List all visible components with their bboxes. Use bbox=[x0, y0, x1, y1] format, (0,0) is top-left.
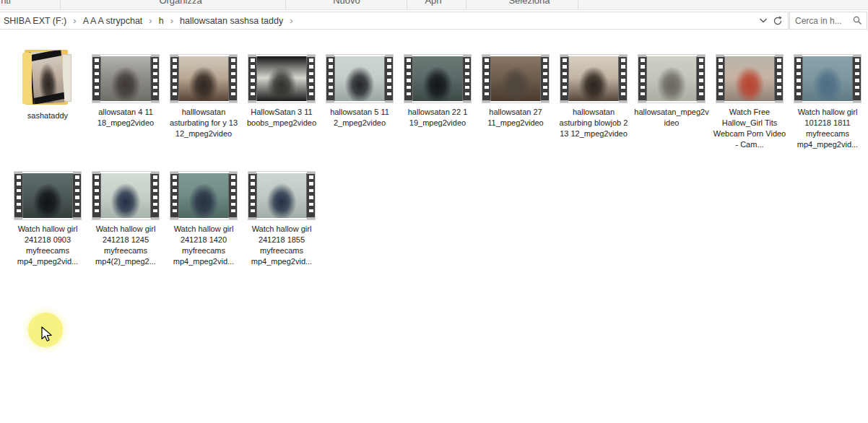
filmstrip-sprocket bbox=[170, 55, 178, 103]
video-frame bbox=[22, 173, 73, 218]
folder-item[interactable]: sashataddy bbox=[9, 54, 87, 150]
folder-icon bbox=[21, 49, 74, 107]
search-box[interactable]: Cerca in h... bbox=[789, 12, 867, 30]
filmstrip-sprocket bbox=[307, 55, 315, 103]
filmstrip-sprocket bbox=[638, 55, 646, 103]
breadcrumb-folder-3[interactable]: hallowsatan sashsa taddy bbox=[178, 16, 285, 26]
video-frame bbox=[802, 56, 853, 101]
file-name: hallowsatan_mpeg2video bbox=[634, 107, 709, 128]
file-name: Watch hallow girl 241218 1420 myfreecams… bbox=[166, 224, 241, 267]
video-frame bbox=[178, 173, 229, 218]
chevron-down-icon bbox=[759, 17, 768, 24]
filmstrip-sprocket bbox=[92, 172, 100, 219]
file-name: HallowSatan 3 11 boobs_mpeg2video bbox=[244, 107, 319, 128]
file-item[interactable]: hallowsatan asturbing blowjob 2 13 12_mp… bbox=[555, 54, 633, 150]
filmstrip-sprocket bbox=[151, 172, 159, 219]
video-thumbnail bbox=[92, 54, 160, 103]
filmstrip-sprocket bbox=[248, 55, 256, 103]
filmstrip-sprocket bbox=[775, 55, 783, 103]
filmstrip-sprocket bbox=[92, 55, 100, 103]
filmstrip-sprocket bbox=[151, 55, 159, 103]
breadcrumb-folder-1[interactable]: A A A strypchat bbox=[82, 16, 144, 26]
file-item[interactable]: Watch hallow girl 241218 1420 myfreecams… bbox=[165, 171, 243, 267]
ribbon-separator bbox=[285, 0, 286, 9]
search-icon[interactable] bbox=[853, 16, 867, 25]
filmstrip-sprocket bbox=[716, 55, 724, 103]
filmstrip-sprocket bbox=[560, 55, 568, 103]
filmstrip-sprocket bbox=[307, 172, 315, 219]
video-thumbnail bbox=[404, 54, 472, 103]
filmstrip-sprocket bbox=[404, 55, 412, 103]
video-frame bbox=[256, 173, 307, 218]
file-name: Watch hallow girl 101218 1811 myfreecams… bbox=[790, 107, 865, 150]
ribbon-group-clipboard: nti bbox=[1, 0, 11, 6]
video-frame bbox=[412, 56, 463, 101]
ribbon-separator bbox=[407, 0, 407, 9]
filmstrip-sprocket bbox=[248, 172, 256, 219]
filmstrip-sprocket bbox=[73, 172, 81, 219]
filmstrip-sprocket bbox=[326, 55, 334, 103]
address-dropdown-button[interactable] bbox=[756, 13, 771, 28]
filmstrip-sprocket bbox=[170, 172, 178, 219]
video-frame bbox=[100, 56, 151, 101]
file-row-1: sashataddy allowsatan 4 11 18_mpeg2video… bbox=[9, 54, 867, 150]
breadcrumb-chevron-icon[interactable]: › bbox=[68, 15, 81, 26]
file-item[interactable]: halllowsatan asturbating for y 13 12_mpe… bbox=[165, 54, 243, 150]
file-item[interactable]: HallowSatan 3 11 boobs_mpeg2video bbox=[243, 54, 321, 150]
video-thumbnail bbox=[92, 171, 160, 220]
file-name: allowsatan 4 11 18_mpeg2video bbox=[88, 107, 163, 128]
file-name: hallowsatan asturbing blowjob 2 13 12_mp… bbox=[556, 107, 631, 139]
breadcrumb: SHIBA EXT (F:) › A A A strypchat › h › h… bbox=[0, 15, 756, 26]
filmstrip-sprocket bbox=[541, 55, 549, 103]
video-frame bbox=[334, 56, 385, 101]
file-name: Watch hallow girl 241218 1855 myfreecams… bbox=[244, 224, 319, 267]
file-item[interactable]: hallowsatan 27 11_mpeg2video bbox=[477, 54, 555, 150]
file-row-2: Watch hallow girl 241218 0903 myfreecams… bbox=[9, 171, 321, 267]
search-placeholder: Cerca in h... bbox=[790, 16, 853, 26]
file-item[interactable]: Watch Free Hallow_Girl Tits Webcam Porn … bbox=[711, 54, 789, 150]
file-name: halllowsatan asturbating for y 13 12_mpe… bbox=[166, 107, 241, 139]
refresh-button[interactable] bbox=[771, 13, 785, 28]
breadcrumb-chevron-icon[interactable]: › bbox=[165, 15, 178, 26]
video-thumbnail bbox=[170, 54, 238, 103]
ribbon-group-open: Apri bbox=[425, 0, 441, 6]
file-name: hallowsatan 5 11 2_mpeg2video bbox=[322, 107, 397, 128]
refresh-icon bbox=[773, 16, 783, 26]
filmstrip-sprocket bbox=[619, 55, 627, 103]
address-bar[interactable]: SHIBA EXT (F:) › A A A strypchat › h › h… bbox=[0, 12, 789, 30]
folder-preview-thumbnail bbox=[30, 51, 65, 105]
file-item[interactable]: hallowsatan_mpeg2video bbox=[633, 54, 711, 150]
video-frame bbox=[256, 56, 307, 101]
filmstrip-sprocket bbox=[463, 55, 471, 103]
file-item[interactable]: Watch hallow girl 101218 1811 myfreecams… bbox=[789, 54, 867, 150]
breadcrumb-chevron-icon[interactable]: › bbox=[144, 15, 157, 26]
file-item[interactable]: Watch hallow girl 241218 0903 myfreecams… bbox=[9, 171, 87, 267]
video-thumbnail bbox=[716, 54, 784, 103]
file-item[interactable]: hallowsatan 5 11 2_mpeg2video bbox=[321, 54, 399, 150]
filmstrip-sprocket bbox=[853, 55, 861, 103]
mouse-cursor-icon bbox=[41, 326, 53, 343]
breadcrumb-drive[interactable]: SHIBA EXT (F:) bbox=[2, 16, 68, 26]
file-name: hallowsatan 27 11_mpeg2video bbox=[478, 107, 553, 128]
address-bar-controls bbox=[756, 13, 788, 28]
video-frame bbox=[646, 56, 697, 101]
video-frame bbox=[100, 173, 151, 218]
file-item[interactable]: hallowsatan 22 1 19_mpeg2video bbox=[399, 54, 477, 150]
file-name: sashataddy bbox=[10, 110, 85, 121]
video-thumbnail bbox=[794, 54, 862, 103]
file-item[interactable]: Watch hallow girl 241218 1855 myfreecams… bbox=[243, 171, 321, 267]
video-thumbnail bbox=[482, 54, 550, 103]
ribbon-separator bbox=[578, 0, 578, 9]
breadcrumb-chevron-icon[interactable]: › bbox=[285, 15, 298, 26]
video-thumbnail bbox=[326, 54, 394, 103]
address-row: SHIBA EXT (F:) › A A A strypchat › h › h… bbox=[0, 10, 868, 30]
ribbon-group-select: Seleziona bbox=[508, 0, 550, 6]
ribbon-group-organize: Organizza bbox=[159, 0, 201, 6]
filmstrip-sprocket bbox=[14, 172, 22, 219]
filmstrip-sprocket bbox=[229, 55, 237, 103]
file-item[interactable]: Watch hallow girl 241218 1245 myfreecams… bbox=[87, 171, 165, 267]
file-list-area[interactable]: sashataddy allowsatan 4 11 18_mpeg2video… bbox=[0, 30, 868, 423]
file-item[interactable]: allowsatan 4 11 18_mpeg2video bbox=[87, 54, 165, 150]
ribbon-group-new: Nuovo bbox=[333, 0, 360, 6]
breadcrumb-folder-2[interactable]: h bbox=[157, 16, 165, 26]
